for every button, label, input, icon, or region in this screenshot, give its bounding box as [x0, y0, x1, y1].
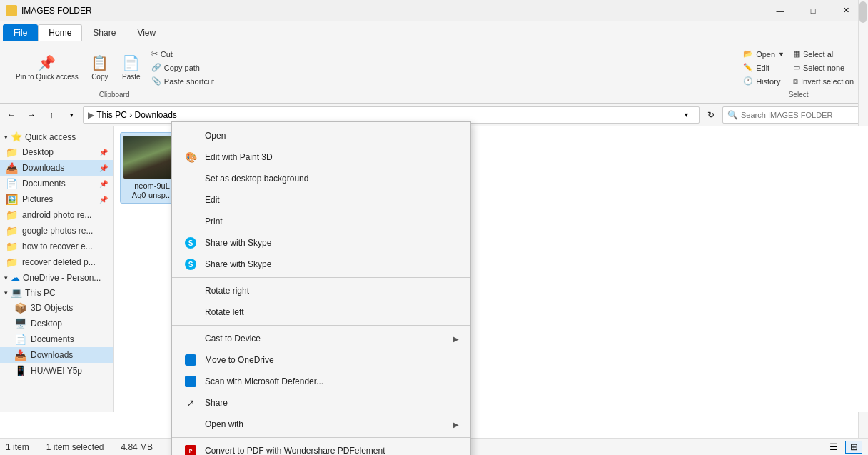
- sidebar-item-pictures[interactable]: 🖼️ Pictures 📌: [0, 191, 113, 207]
- copy-path-button[interactable]: 🔗 Copy path: [148, 61, 217, 74]
- sidebar-item-desktop[interactable]: 📁 Desktop 📌: [0, 144, 113, 160]
- invert-selection-button[interactable]: ⧈ Invert selection: [790, 75, 857, 87]
- ctx-set-desktop[interactable]: Set as desktop background: [172, 168, 470, 189]
- ctx-sep-3: [172, 437, 470, 438]
- sidebar-item-pictures-label: Pictures: [22, 194, 53, 204]
- file-size: 4.84 MB: [121, 442, 153, 452]
- address-dropdown-button[interactable]: ▾: [677, 106, 695, 124]
- sidebar-item-recover[interactable]: 📁 recover deleted p...: [0, 254, 113, 270]
- onedrive-header[interactable]: ▾ ☁ OneDrive - Person...: [0, 270, 113, 285]
- sidebar-item-documents-pc[interactable]: 📄 Documents: [0, 331, 113, 347]
- ctx-edit-icon: [183, 193, 198, 207]
- documents-folder-icon: 📄: [6, 178, 18, 189]
- sidebar-item-desktop-label: Desktop: [22, 147, 54, 157]
- ctx-rotate-left[interactable]: Rotate left: [172, 301, 470, 323]
- ctx-share-skype2[interactable]: S Share with Skype: [172, 254, 470, 275]
- paste-button[interactable]: 📄 Paste: [117, 51, 146, 84]
- open-icon: 📂: [743, 49, 753, 59]
- ctx-convert-pdf-label: Convert to PDF with Wondershare PDFeleme…: [205, 446, 385, 455]
- skype-logo-1: S: [185, 237, 196, 249]
- ctx-open[interactable]: Open: [172, 125, 470, 146]
- tab-file[interactable]: File: [3, 24, 38, 41]
- up-button[interactable]: ↑: [43, 106, 60, 124]
- quick-access-header[interactable]: ▾ ⭐ Quick access: [0, 129, 113, 144]
- minimize-button[interactable]: —: [764, 0, 797, 21]
- ctx-print[interactable]: Print: [172, 211, 470, 232]
- maximize-button[interactable]: □: [797, 0, 829, 21]
- open-dropdown-button[interactable]: 📂 Open ▼: [740, 48, 787, 60]
- ctx-paint-icon: 🎨: [183, 150, 198, 164]
- huawei-label: HUAWEI Y5p: [31, 366, 82, 376]
- sidebar-item-downloads-label: Downloads: [22, 163, 64, 173]
- ctx-share-skype2-label: Share with Skype: [205, 259, 271, 269]
- sidebar-item-recover-label: recover deleted p...: [22, 257, 96, 267]
- documents-pc-icon: 📄: [14, 334, 26, 345]
- title-bar: IMAGES FOLDER — □ ✕: [0, 0, 868, 21]
- cut-button[interactable]: ✂ Cut: [148, 48, 217, 60]
- recent-locations-button[interactable]: ▾: [63, 106, 80, 124]
- select-group-label: Select: [789, 91, 809, 99]
- sidebar-item-downloads[interactable]: 📥 Downloads 📌: [0, 160, 113, 176]
- pin-to-quick-access-button[interactable]: 📌 Pin to Quick access: [11, 51, 83, 84]
- quick-access-label: Quick access: [25, 132, 76, 142]
- view-controls: ☰ ⊞: [825, 441, 862, 454]
- copy-button[interactable]: 📋 Copy: [86, 51, 114, 84]
- google-folder-icon: 📁: [6, 225, 18, 236]
- tab-home[interactable]: Home: [38, 24, 82, 41]
- details-view-button[interactable]: ☰: [825, 441, 842, 454]
- search-bar[interactable]: 🔍: [722, 106, 865, 124]
- clipboard-group-label: Clipboard: [99, 91, 130, 99]
- sidebar-item-desktop-pc[interactable]: 🖥️ Desktop: [0, 316, 113, 331]
- select-all-label: Select all: [803, 50, 835, 59]
- ctx-share[interactable]: ↗ Share: [172, 392, 470, 414]
- 3d-objects-icon: 📦: [14, 302, 26, 314]
- forward-button[interactable]: →: [23, 106, 40, 124]
- large-icons-view-button[interactable]: ⊞: [845, 441, 862, 454]
- open-edit-history: 📂 Open ▼ ✏️ Edit 🕐 History: [740, 48, 787, 87]
- copy-icon: 📋: [91, 54, 108, 71]
- ctx-share-skype1[interactable]: S Share with Skype: [172, 232, 470, 254]
- ctx-rotate-right[interactable]: Rotate right: [172, 280, 470, 301]
- paste-shortcut-button[interactable]: 📎 Paste shortcut: [148, 75, 217, 87]
- pin-indicator: 📌: [99, 149, 108, 156]
- ctx-pdf-icon-1: P: [183, 444, 198, 455]
- back-button[interactable]: ←: [3, 106, 20, 124]
- folder-icon: [6, 5, 17, 16]
- ctx-print-label: Print: [205, 216, 223, 226]
- address-bar[interactable]: ▶ This PC › Downloads ▾: [83, 106, 700, 124]
- ctx-convert-pdf[interactable]: P Convert to PDF with Wondershare PDFele…: [172, 440, 470, 455]
- ctx-edit-label: Edit: [205, 195, 220, 205]
- tab-view[interactable]: View: [126, 24, 166, 41]
- ctx-defender[interactable]: Scan with Microsoft Defender...: [172, 371, 470, 392]
- ctx-desktop-bg-icon: [183, 171, 198, 186]
- ctx-edit[interactable]: Edit: [172, 189, 470, 211]
- select-all-button[interactable]: ▦ Select all: [790, 48, 857, 60]
- sidebar-item-how-to[interactable]: 📁 how to recover e...: [0, 239, 113, 254]
- sidebar-item-android[interactable]: 📁 android photo re...: [0, 207, 113, 223]
- this-pc-header[interactable]: ▾ 💻 This PC: [0, 285, 113, 300]
- ctx-open-with[interactable]: Open with ▶: [172, 414, 470, 435]
- computer-icon: 💻: [11, 287, 22, 298]
- ctx-edit-paint[interactable]: 🎨 Edit with Paint 3D: [172, 146, 470, 168]
- sidebar-item-3d-objects[interactable]: 📦 3D Objects: [0, 300, 113, 316]
- sidebar-item-documents[interactable]: 📄 Documents 📌: [0, 176, 113, 191]
- ctx-onedrive[interactable]: Move to OneDrive: [172, 349, 470, 371]
- downloads-pc-label: Downloads: [31, 350, 73, 360]
- ribbon-group-clipboard: 📌 Pin to Quick access 📋 Copy 📄 Paste ✂ C…: [6, 44, 223, 100]
- select-none-button[interactable]: ▭ Select none: [790, 61, 857, 74]
- chevron-icon-onedrive: ▾: [4, 274, 8, 281]
- ctx-onedrive-label: Move to OneDrive: [205, 355, 274, 365]
- refresh-button[interactable]: ↻: [702, 106, 720, 124]
- edit-button[interactable]: ✏️ Edit: [740, 61, 787, 74]
- ctx-cast[interactable]: Cast to Device ▶: [172, 328, 470, 349]
- ribbon-group-items-clipboard: 📌 Pin to Quick access 📋 Copy 📄 Paste ✂ C…: [11, 46, 217, 89]
- tab-share[interactable]: Share: [82, 24, 126, 41]
- search-input[interactable]: [741, 111, 841, 119]
- ctx-cast-label: Cast to Device: [205, 334, 261, 344]
- sidebar-item-google[interactable]: 📁 google photos re...: [0, 223, 113, 239]
- how-to-folder-icon: 📁: [6, 241, 18, 252]
- invert-label: Invert selection: [801, 77, 854, 86]
- history-button[interactable]: 🕐 History: [740, 75, 787, 87]
- sidebar-item-huawei[interactable]: 📱 HUAWEI Y5p: [0, 363, 113, 379]
- sidebar-item-downloads-pc[interactable]: 📥 Downloads: [0, 347, 113, 363]
